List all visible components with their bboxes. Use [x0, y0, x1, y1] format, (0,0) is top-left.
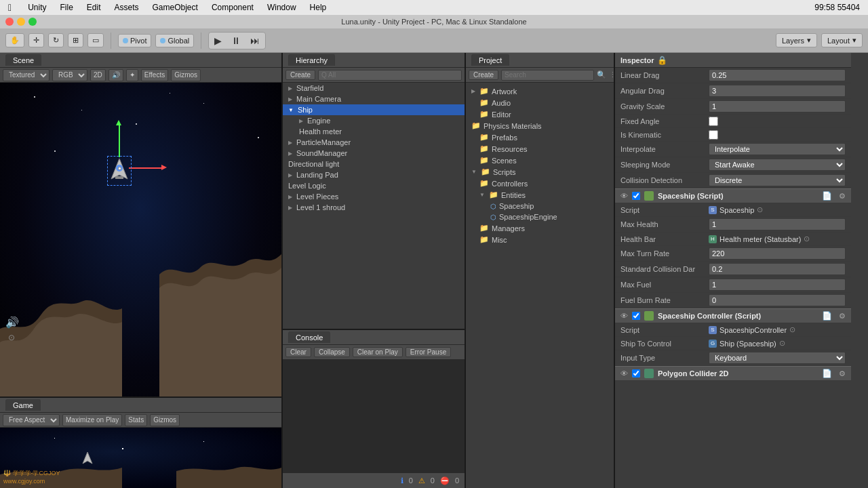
- select-interpolate[interactable]: Interpolate: [709, 143, 846, 155]
- menu-gameobject[interactable]: GameObject: [150, 3, 201, 12]
- checkbox-is-kinematic[interactable]: [709, 130, 718, 140]
- project-create-button[interactable]: Create: [469, 70, 498, 80]
- hand-tool-button[interactable]: ✋: [5, 33, 24, 47]
- menu-unity[interactable]: Unity: [25, 3, 49, 12]
- project-item-editor[interactable]: 📁 Editor: [466, 108, 614, 120]
- hierarchy-item-main-camera[interactable]: ▶ Main Camera: [283, 94, 465, 104]
- hierarchy-create-button[interactable]: Create: [285, 70, 315, 80]
- step-button[interactable]: ⏭: [246, 34, 264, 47]
- project-item-controllers[interactable]: 📁 Controllers: [466, 178, 614, 189]
- menu-file[interactable]: File: [57, 3, 75, 12]
- hierarchy-item-level-pieces[interactable]: ▶ Level Pieces: [283, 191, 465, 202]
- select-sleeping-mode[interactable]: Start Awake: [709, 159, 846, 171]
- input-gravity-scale[interactable]: [709, 100, 846, 113]
- ship-selector-icon[interactable]: ⊙: [779, 339, 785, 348]
- scene-mode-select[interactable]: Textured: [3, 69, 50, 81]
- inspector-lock-icon[interactable]: 🔒: [657, 56, 667, 65]
- input-std-collision[interactable]: [709, 263, 846, 275]
- layout-dropdown[interactable]: Layout ▾: [821, 33, 863, 47]
- hierarchy-item-sound-manager[interactable]: ▶ SoundManager: [283, 148, 465, 159]
- scene-viewport[interactable]: 🔊 ⊙: [0, 83, 281, 396]
- play-button[interactable]: ▶: [210, 34, 226, 47]
- project-item-entities[interactable]: ▼ 📁 Entities: [466, 189, 614, 201]
- minimize-button[interactable]: [17, 18, 25, 26]
- hierarchy-item-ship[interactable]: ▼ Ship: [283, 104, 465, 115]
- input-max-turn-rate[interactable]: [709, 247, 846, 260]
- menu-assets[interactable]: Assets: [112, 3, 142, 12]
- stats-button[interactable]: Stats: [125, 414, 147, 426]
- aspect-ratio-select[interactable]: Free Aspect: [3, 414, 60, 426]
- scene-2d-button[interactable]: 2D: [90, 69, 106, 81]
- component-controller-enable-checkbox[interactable]: [632, 312, 640, 320]
- input-angular-drag[interactable]: [709, 85, 846, 97]
- console-clear-button[interactable]: Clear: [285, 347, 311, 357]
- component-settings-icon[interactable]: ⚙: [839, 192, 846, 201]
- tab-scene[interactable]: Scene: [5, 54, 41, 66]
- hierarchy-item-engine[interactable]: ▶ Engine: [283, 115, 465, 126]
- select-input-type[interactable]: Keyboard: [709, 352, 846, 364]
- scene-fx-button[interactable]: ✦: [126, 69, 138, 81]
- tab-project[interactable]: Project: [471, 54, 509, 66]
- project-item-resources[interactable]: 📁 Resources: [466, 143, 614, 155]
- hierarchy-item-directional-light[interactable]: Directional light: [283, 159, 465, 169]
- apple-menu[interactable]: : [5, 2, 14, 13]
- project-item-misc[interactable]: 📁 Misc: [466, 234, 614, 245]
- ref-selector-icon[interactable]: ⊙: [757, 205, 763, 214]
- rect-tool-button[interactable]: ▭: [87, 33, 104, 47]
- project-item-spaceship[interactable]: ⬡ Spaceship: [466, 201, 614, 211]
- close-button[interactable]: [5, 18, 14, 26]
- controller-ref-selector-icon[interactable]: ⊙: [789, 325, 795, 334]
- hierarchy-item-particle-manager[interactable]: ▶ ParticleManager: [283, 137, 465, 148]
- project-item-spaceship-engine[interactable]: ⬡ SpaceshipEngine: [466, 211, 614, 222]
- component-collider-enable-checkbox[interactable]: [632, 369, 640, 378]
- console-error-pause-button[interactable]: Error Pause: [406, 347, 451, 357]
- project-search-input[interactable]: [501, 70, 594, 81]
- tab-console[interactable]: Console: [288, 331, 330, 343]
- menu-window[interactable]: Window: [264, 3, 299, 12]
- hierarchy-item-level-logic[interactable]: Level Logic: [283, 180, 465, 191]
- menu-edit[interactable]: Edit: [84, 3, 104, 12]
- checkbox-fixed-angle[interactable]: [709, 117, 718, 126]
- game-gizmos-button[interactable]: Gizmos: [150, 414, 180, 426]
- scale-tool-button[interactable]: ⊞: [68, 33, 83, 47]
- console-clear-on-play-button[interactable]: Clear on Play: [353, 347, 403, 357]
- component-spaceship-enable-checkbox[interactable]: [632, 192, 640, 200]
- maximize-button[interactable]: [28, 18, 37, 26]
- pivot-button[interactable]: Pivot: [118, 34, 151, 47]
- rotate-tool-button[interactable]: ↻: [48, 33, 64, 47]
- health-bar-selector-icon[interactable]: ⊙: [804, 235, 810, 243]
- menu-help[interactable]: Help: [307, 3, 330, 12]
- input-linear-drag[interactable]: [709, 69, 846, 81]
- maximize-on-play-button[interactable]: Maximize on Play: [62, 414, 122, 426]
- input-max-health[interactable]: [709, 218, 846, 230]
- project-item-scenes[interactable]: 📁 Scenes: [466, 155, 614, 166]
- component-eye-icon[interactable]: 👁: [620, 192, 628, 200]
- scene-audio-button[interactable]: 🔊: [108, 69, 123, 81]
- menu-component[interactable]: Component: [209, 3, 256, 12]
- project-item-physics-materials[interactable]: 📁 Physics Materials: [466, 120, 614, 131]
- component-source-icon[interactable]: 📄: [822, 191, 832, 201]
- collider-source-icon[interactable]: 📄: [822, 369, 832, 378]
- hierarchy-item-starfield[interactable]: ▶ Starfield: [283, 83, 465, 94]
- hierarchy-item-level-1-shroud[interactable]: ▶ Level 1 shroud: [283, 202, 465, 213]
- collider-settings-icon[interactable]: ⚙: [839, 369, 846, 378]
- game-viewport[interactable]: 🔱 学学学-学CGJOYwww.cgjoy.com: [0, 428, 281, 488]
- select-collision-detection[interactable]: Discrete: [709, 174, 846, 186]
- project-item-audio[interactable]: 📁 Audio: [466, 97, 614, 108]
- window-controls[interactable]: [5, 18, 37, 26]
- collider-eye-icon[interactable]: 👁: [620, 369, 628, 378]
- console-collapse-button[interactable]: Collapse: [314, 347, 350, 357]
- effects-button[interactable]: Effects: [141, 69, 168, 81]
- project-item-prefabs[interactable]: 📁 Prefabs: [466, 131, 614, 143]
- project-item-managers[interactable]: 📁 Managers: [466, 222, 614, 234]
- hierarchy-item-landing-pad[interactable]: ▶ Landing Pad: [283, 169, 465, 180]
- global-button[interactable]: Global: [155, 34, 194, 47]
- scene-color-select[interactable]: RGB: [52, 69, 87, 81]
- hierarchy-item-health-meter[interactable]: Health meter: [283, 126, 465, 137]
- layers-dropdown[interactable]: Layers ▾: [776, 33, 817, 47]
- project-item-artwork[interactable]: ▶ 📁 Artwork: [466, 85, 614, 97]
- hierarchy-search-input[interactable]: [318, 70, 462, 81]
- input-fuel-burn-rate[interactable]: [709, 294, 846, 306]
- gizmos-button[interactable]: Gizmos: [171, 69, 201, 81]
- input-max-fuel[interactable]: [709, 279, 846, 291]
